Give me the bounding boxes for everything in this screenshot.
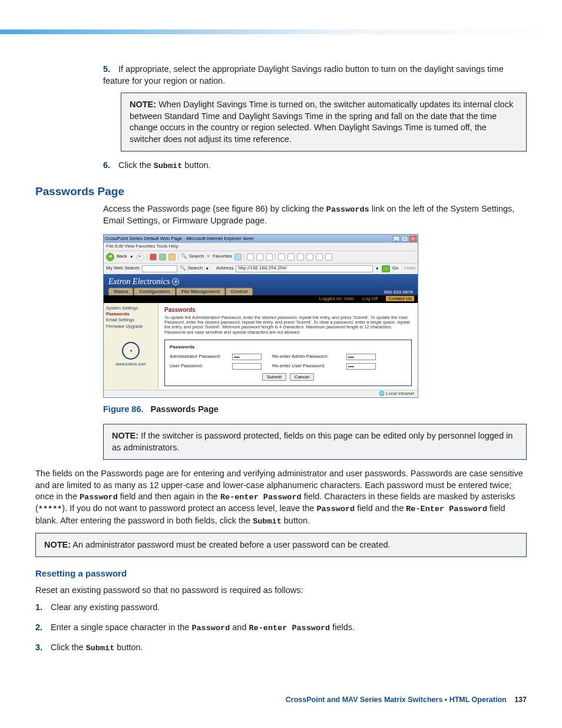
history-icon[interactable]: [234, 253, 242, 261]
refresh-icon[interactable]: [159, 253, 166, 261]
search-label[interactable]: Search: [189, 254, 204, 259]
go-button[interactable]: →: [382, 265, 390, 272]
tab-configuration[interactable]: Configuration: [134, 288, 175, 295]
toolbar-row-2: My Web Search 🔍Search▼ Address http://19…: [104, 263, 418, 274]
figure-title: Passwords Page: [151, 404, 219, 414]
stop-icon[interactable]: [150, 253, 157, 261]
window-titlebar: CrossPoint Series Default Web Page - Mic…: [104, 235, 418, 243]
main-title: Passwords: [164, 307, 412, 313]
tab-file-management[interactable]: File Management: [176, 288, 225, 295]
user-row: User Password: Re-enter User Password:: [170, 363, 406, 370]
step-num: 3.: [35, 642, 48, 654]
admin-pw-input[interactable]: [232, 354, 262, 360]
footer-title: CrossPoint and MAV Series Matrix Switche…: [286, 696, 507, 704]
toolbar-row-1: ◄ Back ▼ ► 🔍Search ★Favorites: [104, 251, 418, 263]
tool-icon[interactable]: [325, 253, 332, 261]
note-label: NOTE:: [44, 540, 71, 549]
sidebar-url[interactable]: www.extron.com: [106, 361, 156, 367]
window-title: CrossPoint Series Default Web Page - Mic…: [105, 236, 254, 242]
page-footer: CrossPoint and MAV Series Matrix Switche…: [35, 695, 527, 705]
note-text: If the switcher is password protected, f…: [112, 431, 513, 452]
figure-caption: Figure 86. Passwords Page: [103, 404, 527, 416]
sidebar: System Settings Passwords Email Settings…: [104, 303, 158, 390]
brand: Extron Electronics ⊕: [108, 277, 413, 286]
step-6: 6. Click the Submit button.: [103, 160, 527, 172]
step-num: 5.: [103, 64, 116, 75]
page-header: Extron Electronics ⊕ Status Configuratio…: [104, 274, 418, 295]
figure-number: Figure 86.: [103, 404, 144, 414]
content: 5. If appropriate, select the appropriat…: [103, 64, 527, 172]
nav-tabs: Status Configuration File Management Con…: [108, 288, 253, 295]
tool-icon[interactable]: [287, 253, 295, 261]
contact-us-link[interactable]: Contact Us: [386, 296, 414, 301]
header-stripe: [0, 29, 562, 34]
note-label: NOTE:: [130, 100, 156, 109]
page: 5. If appropriate, select the appropriat…: [0, 0, 562, 723]
submit-button[interactable]: Submit: [262, 373, 286, 381]
admin-row: Administrator Password: Re-enter Admin P…: [170, 354, 406, 360]
main-panel: Passwords To update the Administration P…: [158, 303, 418, 390]
home-icon[interactable]: [168, 253, 176, 261]
tab-control[interactable]: Control: [226, 288, 253, 295]
search2-label[interactable]: Search: [188, 266, 203, 271]
subsection-resetting: Resetting a password: [35, 568, 527, 579]
step-5: 5. If appropriate, select the appropriat…: [103, 64, 527, 151]
print-icon[interactable]: [256, 253, 263, 261]
close-icon[interactable]: ×: [409, 236, 416, 242]
globe-icon: ⊕: [172, 278, 179, 285]
step-text-before: Click the: [118, 160, 154, 170]
status-text: Local intranet: [386, 391, 414, 396]
log-off-link[interactable]: Log Off: [362, 296, 378, 301]
min-icon[interactable]: _: [393, 236, 400, 242]
step-num: 1.: [35, 602, 48, 614]
forward-button[interactable]: ►: [136, 253, 144, 261]
note-label: NOTE:: [112, 431, 138, 440]
max-icon[interactable]: □: [401, 236, 408, 242]
note-text: When Daylight Savings Time is turned on,…: [130, 100, 513, 144]
tool-icon[interactable]: [297, 253, 304, 261]
logged-on: Logged on: User: [319, 296, 354, 301]
go-label: Go: [392, 266, 399, 271]
user-pw-re-input[interactable]: [346, 363, 376, 370]
back-label[interactable]: Back: [117, 254, 127, 259]
tool-icon[interactable]: [316, 253, 323, 261]
submit-mono: Submit: [154, 162, 183, 170]
reset-step-1: 1. Clear any existing password.: [35, 602, 527, 614]
tool-icon[interactable]: [278, 253, 285, 261]
sidebar-item-email-settings[interactable]: Email Settings: [106, 317, 156, 323]
reset-step-2: 2. Enter a single space character in the…: [35, 622, 527, 634]
tab-status[interactable]: Status: [108, 288, 133, 295]
panel-header: Passwords: [170, 345, 406, 350]
sidebar-logo: ★ www.extron.com: [106, 341, 156, 368]
passwords-link-mono: Passwords: [326, 205, 369, 214]
links-label[interactable]: Links: [404, 266, 415, 271]
edit-icon[interactable]: [266, 253, 273, 261]
cancel-button[interactable]: Cancel: [290, 373, 314, 381]
step-text: If appropriate, select the appropriate D…: [103, 64, 504, 85]
sidebar-item-system-settings[interactable]: System Settings: [106, 305, 156, 311]
user-pw-input[interactable]: [232, 363, 262, 370]
status-bar: 🌐 Local intranet: [104, 390, 418, 398]
step-num: 6.: [103, 160, 116, 172]
sidebar-item-passwords[interactable]: Passwords: [106, 311, 156, 317]
favorites-label[interactable]: Favorites: [213, 254, 232, 259]
tool-icon[interactable]: [306, 253, 313, 261]
step-text: Clear any existing password.: [51, 602, 160, 612]
admin-pw-re-label: Re-enter Admin Password:: [272, 354, 343, 360]
admin-pw-re-input[interactable]: [346, 354, 376, 360]
user-pw-label: User Password:: [170, 364, 229, 369]
top-steps: 5. If appropriate, select the appropriat…: [103, 64, 527, 172]
sidebar-item-firmware-upgrade[interactable]: Firmware Upgrade: [106, 324, 156, 330]
main-intro: To update the Administration Password, e…: [164, 315, 412, 335]
menubar[interactable]: File Edit View Favorites Tools Help: [104, 243, 418, 251]
address-input[interactable]: http://192.168.254.254/: [236, 265, 372, 272]
address-label: Address: [216, 266, 233, 271]
admin-pw-label: Administrator Password:: [170, 354, 229, 360]
brand-text: Extron Electronics: [108, 277, 170, 286]
my-web-search-label: My Web Search: [106, 266, 140, 271]
mail-icon[interactable]: [247, 253, 254, 261]
user-pw-re-label: Re-enter User Password:: [272, 364, 343, 369]
my-web-search-input[interactable]: [142, 265, 177, 272]
note-text: An administrator password must be create…: [72, 540, 390, 549]
back-button[interactable]: ◄: [106, 253, 114, 261]
